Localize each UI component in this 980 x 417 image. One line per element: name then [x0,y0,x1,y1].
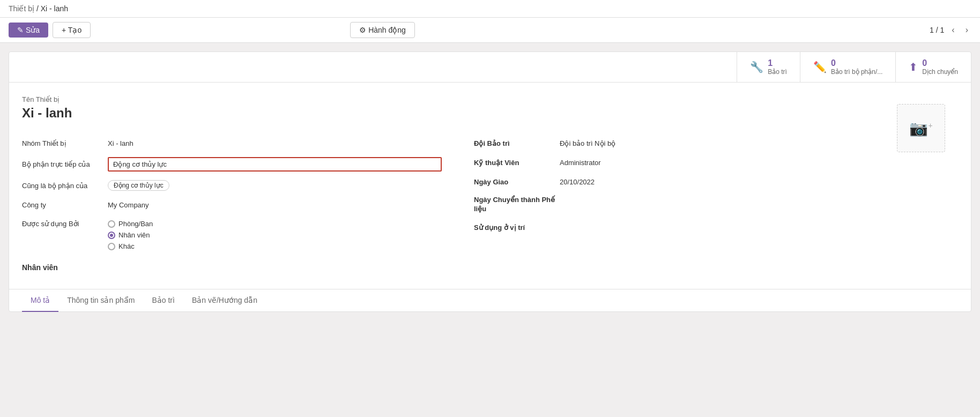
radio-dot-nhan-vien [110,234,113,237]
label-cung-la-bo-phan: Cũng là bộ phận của [22,182,108,190]
stat-bao-tri-label: Bảo trì [768,68,787,76]
radio-label-khac: Khác [118,242,135,250]
field-su-dung-vi-tri: Sử dụng ở vị trí [474,218,894,237]
transfer-icon: ⬆ [909,61,918,73]
camera-icon: 📷+ [909,120,932,137]
value-doi-bao-tri: Đội bảo trì Nội bộ [560,139,894,147]
label-duoc-su-dung-boi: Được sử dụng Bởi [22,220,108,228]
radio-phong-ban[interactable]: Phòng/Ban [108,220,153,228]
value-nhom-thiet-bi: Xi - lanh [108,139,442,147]
field-ky-thuat-vien: Kỹ thuật Viên Administrator [474,153,894,172]
field-cong-ty: Công ty My Company [22,195,442,214]
field-ngay-giao: Ngày Giao 20/10/2022 [474,172,894,191]
value-bo-phan-truc-tiep[interactable]: Động cơ thủy lực [108,157,442,172]
breadcrumb-parent[interactable]: Thiết bị [9,4,34,13]
stat-bao-tri-bo-phan-label: Bảo trì bộ phận/... [831,68,882,76]
stat-dich-chuyen[interactable]: ⬆ 0 Dịch chuyển [895,52,971,82]
label-doi-bao-tri: Đội Bảo trì [474,139,560,147]
breadcrumb-current: Xi - lanh [41,4,68,13]
tao-button[interactable]: + Tạo [53,22,91,38]
edit-icon: ✏️ [813,61,827,73]
radio-nhan-vien[interactable]: Nhân viên [108,231,153,239]
section-nhan-vien: Nhân viên [22,255,442,276]
tab-ban-ve-huong-dan[interactable]: Bản vẽ/Hướng dẫn [183,289,266,312]
tabs-bar: Mô tả Thông tin sản phẩm Bảo trì Bản vẽ/… [9,289,971,311]
stat-dich-chuyen-label: Dịch chuyển [922,68,958,76]
label-su-dung-vi-tri: Sử dụng ở vị trí [474,224,560,232]
sua-button[interactable]: ✎ Sửa [9,23,48,38]
radio-circle-nhan-vien [108,232,115,239]
value-ky-thuat-vien: Administrator [560,159,894,167]
field-cung-la-bo-phan: Cũng là bộ phận của Động cơ thủy lực [22,176,442,195]
breadcrumb-separator: / [36,4,41,13]
toolbar: ✎ Sửa + Tạo ⚙ Hành động 1 / 1 ‹ › [0,18,980,43]
pagination-area: 1 / 1 ‹ › [930,24,971,36]
pagination-text: 1 / 1 [930,26,944,34]
value-cong-ty: My Company [108,201,442,209]
label-ngay-giao: Ngày Giao [474,178,560,186]
device-name-label: Tên Thiết bị [22,95,894,103]
field-doi-bao-tri: Đội Bảo trì Đội bảo trì Nội bộ [474,133,894,153]
breadcrumb: Thiết bị / Xi - lanh [0,0,980,18]
value-ngay-giao: 20/10/2022 [560,178,894,186]
stat-dich-chuyen-count: 0 [922,58,958,68]
device-name-title: Xi - lanh [22,106,894,121]
stat-bao-tri[interactable]: 🔧 1 Bảo trì [737,52,800,82]
label-ngay-chuyen: Ngày Chuyển thành Phế liệu [474,196,560,214]
value-cung-la-bo-phan: Động cơ thủy lực [108,180,442,191]
field-ngay-chuyen: Ngày Chuyển thành Phế liệu [474,191,894,218]
label-bo-phan-truc-tiep: Bộ phận trực tiếp của [22,160,108,168]
stat-bar: 🔧 1 Bảo trì ✏️ 0 Bảo trì bộ phận/... ⬆ 0… [9,52,971,83]
stat-bao-tri-bo-phan[interactable]: ✏️ 0 Bảo trì bộ phận/... [800,52,895,82]
prev-button[interactable]: ‹ [948,24,957,36]
radio-label-phong-ban: Phòng/Ban [118,220,153,228]
tab-thong-tin-san-pham[interactable]: Thông tin sản phẩm [58,289,143,312]
next-button[interactable]: › [962,24,971,36]
label-cong-ty: Công ty [22,201,108,209]
radio-circle-phong-ban [108,220,115,228]
main-content: 🔧 1 Bảo trì ✏️ 0 Bảo trì bộ phận/... ⬆ 0… [9,51,971,312]
radio-circle-khac [108,243,115,250]
field-duoc-su-dung-boi: Được sử dụng Bởi Phòng/Ban Nhân viên [22,214,442,255]
field-bo-phan-truc-tiep: Bộ phận trực tiếp của Động cơ thủy lực [22,153,442,176]
badge-dong-co-thuy-luc[interactable]: Động cơ thủy lực [108,180,169,191]
tab-mo-ta[interactable]: Mô tả [22,289,58,312]
radio-khac[interactable]: Khác [108,242,153,250]
label-nhom-thiet-bi: Nhóm Thiết bị [22,139,108,147]
wrench-icon: 🔧 [750,61,763,73]
tab-bao-tri[interactable]: Bảo trì [143,289,183,312]
radio-label-nhan-vien: Nhân viên [118,231,150,239]
stat-bao-tri-bo-phan-count: 0 [831,58,882,68]
hanh-dong-button[interactable]: ⚙ Hành động [350,22,415,38]
stat-bao-tri-count: 1 [768,58,787,68]
field-nhom-thiet-bi: Nhóm Thiết bị Xi - lanh [22,133,442,153]
radio-group-duoc-su-dung-boi: Phòng/Ban Nhân viên Khác [108,220,153,250]
photo-upload-button[interactable]: 📷+ [897,104,945,152]
label-ky-thuat-vien: Kỹ thuật Viên [474,159,560,167]
